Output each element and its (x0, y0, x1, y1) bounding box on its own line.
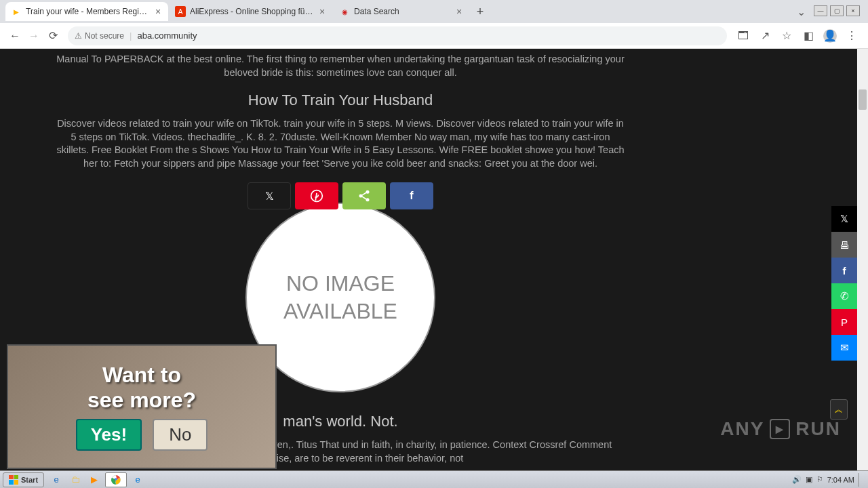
flag-icon[interactable]: ⚐ (816, 475, 823, 484)
share-twitter-button[interactable]: 𝕏 (248, 182, 291, 209)
side-pinterest-button[interactable]: P (831, 309, 857, 335)
volume-icon[interactable]: 🔊 (792, 475, 802, 484)
scroll-to-top-button[interactable]: ︽ (830, 399, 848, 420)
tray-icon[interactable]: ▣ (806, 475, 812, 484)
favicon-icon: A (175, 6, 186, 17)
close-icon[interactable]: × (317, 7, 327, 16)
side-share-bar: 𝕏 🖶 f ✆ P ✉ (831, 206, 857, 361)
watermark: ANY ▶ RUN (720, 418, 841, 440)
tab-bar: ▶ Train your wife - Members Registered ×… (0, 0, 868, 23)
play-icon: ▶ (770, 419, 790, 439)
tab-title: Train your wife - Members Registered (26, 7, 151, 16)
url-field[interactable]: ⚠ Not secure | aba.community (68, 26, 727, 45)
popup-no-button[interactable]: No (153, 419, 208, 451)
side-twitter-button[interactable]: 𝕏 (831, 206, 857, 232)
vertical-scrollbar[interactable] (857, 49, 868, 470)
edge-icon[interactable]: e (130, 473, 146, 487)
sidepanel-icon[interactable]: ◧ (802, 29, 815, 43)
share-icon[interactable]: ↗ (758, 29, 772, 43)
start-button[interactable]: Start (3, 472, 44, 487)
menu-icon[interactable]: ⋮ (845, 29, 859, 43)
back-button[interactable]: ← (5, 26, 24, 45)
address-bar: ← → ⟳ ⚠ Not secure | aba.community 🗔 ↗ ☆… (0, 23, 868, 49)
side-whatsapp-button[interactable]: ✆ (831, 283, 857, 309)
popup-buttons: Yes! No (76, 419, 208, 451)
side-print-button[interactable]: 🖶 (831, 232, 857, 258)
ie-icon[interactable]: e (48, 473, 64, 487)
minimize-button[interactable]: — (814, 5, 827, 16)
addr-actions: 🗔 ↗ ☆ ◧ 👤 ⋮ (732, 29, 863, 43)
profile-icon[interactable]: 👤 (823, 29, 837, 43)
window-controls: ⌄ — ▢ × (797, 5, 863, 18)
media-icon[interactable]: ▶ (86, 473, 102, 487)
forward-button[interactable]: → (24, 26, 43, 45)
tab-active[interactable]: ▶ Train your wife - Members Registered × (5, 2, 168, 21)
show-desktop[interactable] (859, 473, 864, 487)
explorer-icon[interactable]: 🗀 (67, 473, 83, 487)
taskbar: Start e 🗀 ▶ e 🔊 ▣ ⚐ 7:04 AM (0, 470, 868, 488)
popup-heading: Want to see more? (87, 363, 196, 413)
tab[interactable]: A AliExpress - Online Shopping für Ele × (170, 2, 332, 21)
favicon-icon: ◉ (339, 6, 350, 17)
share-facebook-button[interactable]: f (390, 182, 433, 209)
not-secure-warning: ⚠ Not secure (75, 31, 124, 41)
paragraph: Discover videos related to train your wi… (56, 117, 625, 170)
close-icon[interactable]: × (153, 7, 163, 16)
url-text: aba.community (137, 30, 197, 41)
clock[interactable]: 7:04 AM (827, 476, 854, 484)
overlay-popup: Want to see more? Yes! No (7, 344, 277, 469)
share-sharethis-button[interactable] (342, 182, 386, 209)
chrome-task-button[interactable] (105, 472, 127, 487)
chevron-down-icon[interactable]: ⌄ (797, 5, 806, 18)
new-tab-button[interactable]: + (471, 2, 490, 21)
scroll-thumb[interactable] (859, 89, 867, 110)
tab-title: AliExpress - Online Shopping für Ele (190, 7, 315, 16)
translate-icon[interactable]: 🗔 (736, 29, 750, 43)
popup-yes-button[interactable]: Yes! (76, 419, 142, 451)
heading: How To Train Your Husband (56, 92, 625, 109)
maximize-button[interactable]: ▢ (830, 5, 844, 16)
close-icon[interactable]: × (454, 7, 464, 16)
tab-title: Data Search (354, 7, 452, 16)
side-facebook-button[interactable]: f (831, 258, 857, 283)
window-close-button[interactable]: × (846, 5, 860, 16)
favicon-icon: ▶ (11, 6, 22, 17)
bookmark-icon[interactable]: ☆ (780, 29, 793, 43)
windows-logo-icon (9, 475, 18, 485)
warning-icon: ⚠ (75, 31, 82, 41)
side-messenger-button[interactable]: ✉ (831, 335, 857, 361)
paragraph: Manual To PAPERBACK at the best online. … (56, 53, 625, 79)
tab[interactable]: ◉ Data Search × (334, 2, 469, 21)
reload-button[interactable]: ⟳ (43, 26, 62, 45)
share-pinterest-button[interactable] (295, 182, 338, 209)
system-tray: 🔊 ▣ ⚐ 7:04 AM (788, 473, 868, 487)
